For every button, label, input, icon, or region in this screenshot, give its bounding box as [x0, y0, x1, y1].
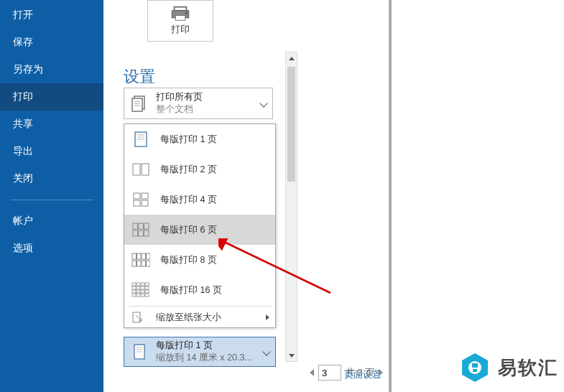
- svg-rect-29: [132, 261, 137, 266]
- svg-rect-15: [134, 193, 140, 199]
- sidebar-item-account[interactable]: 帐户: [0, 207, 103, 235]
- scale-paper-icon: [131, 311, 144, 324]
- scroll-up-button[interactable]: [286, 52, 297, 64]
- svg-rect-32: [147, 261, 151, 266]
- svg-rect-41: [132, 290, 136, 293]
- sidebar-item-saveas[interactable]: 另存为: [0, 56, 103, 83]
- menu-item-6-pages[interactable]: 每版打印 6 页: [124, 215, 275, 245]
- sidebar-item-open[interactable]: 打开: [0, 1, 103, 29]
- svg-rect-21: [144, 223, 149, 229]
- svg-rect-46: [137, 294, 140, 297]
- svg-rect-19: [133, 223, 138, 229]
- arrow-down-icon: [289, 354, 295, 358]
- menu-item-4-pages[interactable]: 每版打印 4 页: [124, 185, 275, 215]
- svg-rect-13: [133, 164, 140, 175]
- page-number-input[interactable]: [318, 365, 341, 381]
- page-total-label: 共 3 页: [346, 366, 374, 379]
- svg-rect-24: [144, 230, 149, 236]
- settings-heading: 设置: [124, 66, 155, 88]
- svg-rect-45: [132, 294, 136, 297]
- svg-rect-38: [137, 286, 140, 289]
- grid-8-icon: [131, 252, 150, 268]
- menu-item-8-pages[interactable]: 每版打印 8 页: [124, 245, 275, 275]
- chevron-down-icon: [259, 99, 267, 107]
- svg-rect-35: [141, 283, 144, 286]
- prev-page-button[interactable]: [310, 369, 314, 376]
- svg-rect-0: [175, 7, 187, 11]
- svg-rect-36: [145, 283, 149, 286]
- svg-rect-23: [139, 230, 144, 236]
- sidebar-item-save[interactable]: 保存: [0, 29, 103, 56]
- svg-rect-5: [132, 98, 142, 111]
- menu-item-1-page[interactable]: 每版打印 1 页: [124, 124, 275, 154]
- svg-rect-48: [145, 294, 149, 297]
- print-settings-panel: 打印 设置 打印所有页 整个文档: [103, 0, 392, 392]
- svg-rect-42: [137, 290, 140, 293]
- scroll-down-button[interactable]: [286, 350, 297, 361]
- svg-rect-57: [473, 369, 477, 372]
- page-navigation: 共 3 页: [310, 365, 383, 381]
- sidebar-separator: [10, 200, 93, 200]
- scroll-thumb[interactable]: [287, 67, 295, 182]
- pages-icon: [130, 94, 149, 113]
- sidebar-item-print[interactable]: 打印: [0, 83, 103, 111]
- svg-rect-16: [142, 193, 148, 199]
- svg-rect-22: [133, 230, 138, 236]
- svg-rect-28: [147, 253, 151, 259]
- svg-rect-34: [137, 283, 140, 286]
- svg-rect-37: [132, 286, 136, 289]
- svg-rect-56: [472, 363, 478, 368]
- sidebar-item-close[interactable]: 关闭: [0, 165, 103, 192]
- app-root: 打开 保存 另存为 打印 共享 导出 关闭 帐户 选项 打印 设置: [0, 0, 564, 392]
- settings-scrollbar[interactable]: [285, 52, 297, 362]
- svg-rect-18: [142, 200, 148, 206]
- menu-item-16-pages[interactable]: 每版打印 16 页: [124, 275, 275, 305]
- svg-point-3: [185, 12, 188, 14]
- arrow-up-icon: [289, 57, 295, 60]
- brand-watermark: 易软汇: [459, 352, 558, 383]
- svg-rect-26: [137, 253, 142, 259]
- grid-6-icon: [131, 222, 150, 238]
- svg-rect-40: [145, 286, 149, 289]
- svg-rect-33: [132, 283, 136, 286]
- pages-per-sheet-dropdown-menu: 每版打印 1 页 每版打印 2 页 每版打印 4 页 每版打印 6 页: [124, 123, 276, 328]
- svg-rect-43: [141, 290, 144, 293]
- chevron-right-icon: [266, 314, 269, 320]
- brand-text: 易软汇: [498, 355, 558, 381]
- svg-rect-44: [145, 290, 149, 293]
- grid-4-icon: [131, 192, 150, 207]
- svg-rect-14: [142, 164, 149, 175]
- grid-2-icon: [131, 162, 150, 177]
- print-range-dropdown[interactable]: 打印所有页 整个文档: [124, 88, 273, 119]
- chevron-down-icon: [262, 347, 270, 355]
- svg-rect-20: [139, 223, 144, 229]
- pages-per-sheet-dropdown[interactable]: 每版打印 1 页 缩放到 14 厘米 x 20.3...: [124, 337, 276, 367]
- print-button[interactable]: 打印: [147, 0, 213, 42]
- grid-1-icon: [131, 131, 150, 147]
- menu-item-2-pages[interactable]: 每版打印 2 页: [124, 154, 275, 185]
- svg-rect-25: [132, 253, 137, 259]
- print-button-label: 打印: [171, 23, 190, 36]
- grid-16-icon: [131, 282, 150, 298]
- svg-rect-17: [134, 200, 140, 206]
- svg-rect-2: [175, 16, 185, 21]
- menu-item-fit-paper[interactable]: 缩放至纸张大小: [124, 307, 275, 327]
- next-page-button[interactable]: [379, 369, 383, 376]
- sidebar-item-share[interactable]: 共享: [0, 111, 103, 138]
- sidebar-item-export[interactable]: 导出: [0, 138, 103, 165]
- backstage-sidebar: 打开 保存 另存为 打印 共享 导出 关闭 帐户 选项: [0, 0, 103, 392]
- svg-rect-47: [141, 294, 144, 297]
- svg-rect-31: [142, 261, 146, 266]
- page-icon: [130, 342, 149, 361]
- svg-rect-27: [142, 253, 146, 259]
- svg-rect-30: [137, 261, 142, 266]
- brand-icon: [459, 352, 491, 383]
- sidebar-item-options[interactable]: 选项: [0, 235, 103, 262]
- printer-icon: [170, 6, 190, 22]
- svg-rect-39: [141, 286, 144, 289]
